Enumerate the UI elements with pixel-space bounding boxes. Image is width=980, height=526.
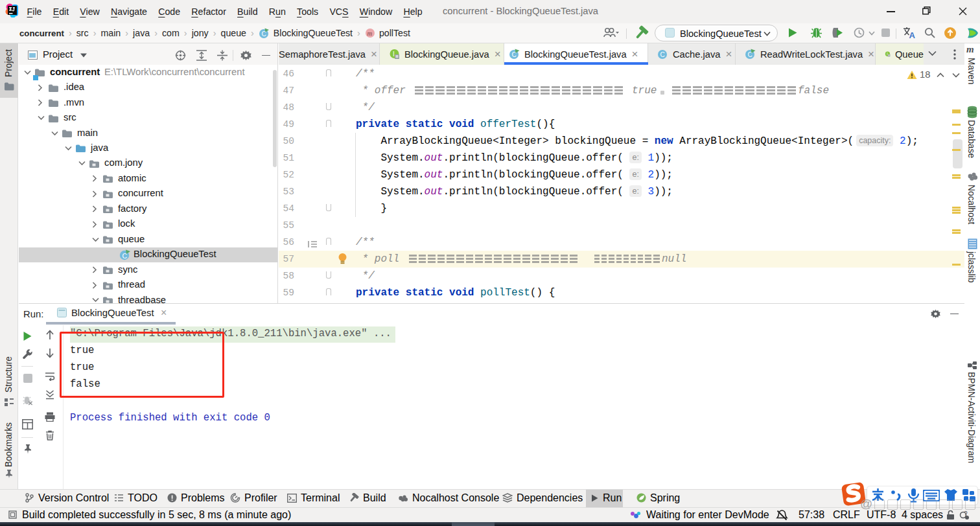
- svg-text:A: A: [909, 30, 916, 40]
- svg-text:I: I: [393, 51, 395, 58]
- svg-text:C: C: [660, 51, 665, 58]
- svg-text:I: I: [887, 52, 887, 56]
- svg-text:m: m: [367, 30, 372, 37]
